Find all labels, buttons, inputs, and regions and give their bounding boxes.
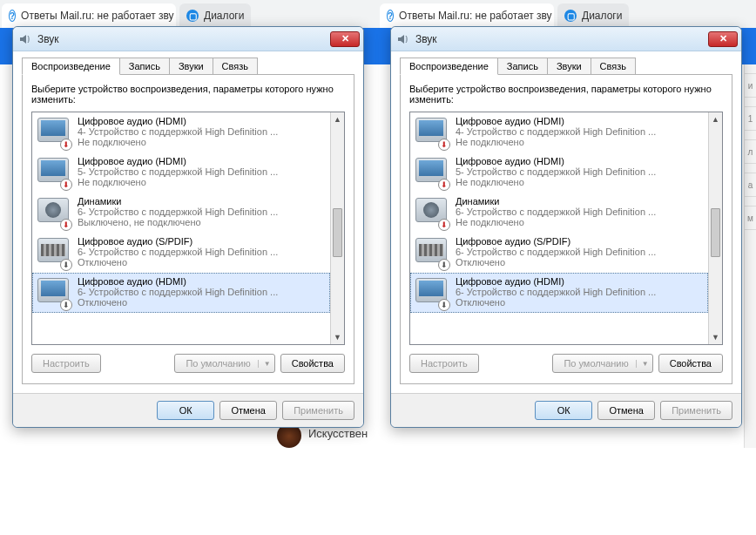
device-title: Цифровое аудио (HDMI) <box>78 116 325 126</box>
device-title: Цифровое аудио (HDMI) <box>78 156 325 166</box>
tabstrip: Воспроизведение Запись Звуки Связь <box>22 57 354 75</box>
sound-icon <box>396 32 410 46</box>
sound-icon <box>18 32 32 46</box>
device-item[interactable]: ⬇ Цифровое аудио (HDMI) 6- Устройство с … <box>410 273 708 313</box>
speaker-icon: ⬇ <box>415 196 449 229</box>
device-status: Не подключено <box>78 137 325 147</box>
device-subtitle: 6- Устройство с поддержкой High Definiti… <box>456 207 703 217</box>
browser-tab-mail[interactable]: ? Ответы Mail.ru: не работает зву × <box>380 3 554 28</box>
apply-button[interactable]: Применить <box>282 401 354 420</box>
tab-sounds[interactable]: Звуки <box>547 58 591 75</box>
mail-favicon-icon: ? <box>387 10 394 22</box>
device-subtitle: 6- Устройство с поддержкой High Definiti… <box>456 287 703 297</box>
cancel-button[interactable]: Отмена <box>219 401 277 420</box>
status-badge-icon: ⬇ <box>60 219 72 231</box>
device-subtitle: 4- Устройство с поддержкой High Definiti… <box>456 126 703 137</box>
monitor-icon: ⬇ <box>37 276 71 309</box>
device-status: Не подключено <box>456 137 703 147</box>
page-sidebar-sliver: и1л ам <box>744 64 756 448</box>
properties-button[interactable]: Свойства <box>280 354 345 373</box>
set-default-button[interactable]: По умолчанию ▼ <box>552 354 652 373</box>
device-item[interactable]: ⬇ Цифровое аудио (HDMI) 4- Устройство с … <box>32 112 330 152</box>
tab-comm[interactable]: Связь <box>591 58 636 75</box>
device-listbox: ⬇ Цифровое аудио (HDMI) 4- Устройство с … <box>409 112 723 345</box>
instruction-text: Выберите устройство воспроизведения, пар… <box>409 84 723 105</box>
tab-label: Ответы Mail.ru: не работает зву <box>399 10 552 22</box>
tab-recording[interactable]: Запись <box>497 58 548 75</box>
tabstrip: Воспроизведение Запись Звуки Связь <box>400 57 732 75</box>
device-item[interactable]: ⬇ Цифровое аудио (HDMI) 4- Устройство с … <box>410 112 708 152</box>
set-default-button[interactable]: По умолчанию ▼ <box>174 354 274 373</box>
device-item[interactable]: ⬇ Цифровое аудио (HDMI) 5- Устройство с … <box>410 152 708 193</box>
speaker-icon: ⬇ <box>37 196 71 229</box>
monitor-icon: ⬇ <box>415 156 449 189</box>
status-badge-icon: ⬇ <box>60 299 72 311</box>
ok-button[interactable]: ОК <box>535 401 592 420</box>
sound-dialog-right: Звук ✕ Воспроизведение Запись Звуки Связ… <box>390 26 742 428</box>
device-title: Цифровое аудио (HDMI) <box>78 276 325 287</box>
scroll-thumb[interactable] <box>333 208 342 257</box>
dialog-title: Звук <box>415 33 708 45</box>
sound-dialog-left: Звук ✕ Воспроизведение Запись Звуки Связ… <box>12 26 364 428</box>
monitor-icon: ⬇ <box>37 116 71 149</box>
browser-tab-dialogs[interactable]: ▢ Диалоги <box>179 3 251 28</box>
status-badge-icon: ⬇ <box>60 139 72 151</box>
device-item[interactable]: ⬇ Цифровое аудио (HDMI) 5- Устройство с … <box>32 152 330 193</box>
spdif-icon: ⬇ <box>415 236 449 269</box>
device-subtitle: 6- Устройство с поддержкой High Definiti… <box>78 247 325 257</box>
status-badge-icon: ⬇ <box>60 179 72 191</box>
device-status: Отключено <box>78 257 325 268</box>
dialog-title: Звук <box>37 33 330 45</box>
apply-button[interactable]: Применить <box>660 401 732 420</box>
spdif-icon: ⬇ <box>37 236 71 269</box>
scroll-up-icon[interactable]: ▲ <box>331 112 344 126</box>
tab-sounds[interactable]: Звуки <box>169 58 213 75</box>
close-button[interactable]: ✕ <box>330 31 360 47</box>
close-button[interactable]: ✕ <box>708 31 738 47</box>
device-title: Цифровое аудио (S/PDIF) <box>456 236 703 247</box>
device-item[interactable]: ⬇ Цифровое аудио (HDMI) 6- Устройство с … <box>32 273 330 313</box>
configure-button[interactable]: Настроить <box>31 354 101 373</box>
ok-button[interactable]: ОК <box>157 401 214 420</box>
device-status: Отключено <box>78 297 325 308</box>
device-status: Отключено <box>456 297 703 308</box>
scroll-thumb[interactable] <box>711 208 720 257</box>
tab-playback[interactable]: Воспроизведение <box>22 58 120 75</box>
device-title: Цифровое аудио (HDMI) <box>456 276 703 287</box>
device-item[interactable]: ⬇ Цифровое аудио (S/PDIF) 6- Устройство … <box>410 233 708 273</box>
properties-button[interactable]: Свойства <box>658 354 723 373</box>
device-subtitle: 6- Устройство с поддержкой High Definiti… <box>78 207 325 217</box>
device-status: Выключено, не подключено <box>78 217 325 227</box>
status-badge-icon: ⬇ <box>438 259 450 271</box>
device-status: Не подключено <box>78 177 325 187</box>
chevron-down-icon[interactable]: ▼ <box>258 360 271 368</box>
scroll-down-icon[interactable]: ▼ <box>709 330 722 344</box>
scroll-down-icon[interactable]: ▼ <box>331 330 344 344</box>
tab-label: Диалоги <box>582 10 622 22</box>
tab-label: Ответы Mail.ru: не работает зву <box>21 10 174 22</box>
set-default-label: По умолчанию <box>564 358 628 369</box>
browser-tabstrip-right: ? Ответы Mail.ru: не работает зву × ▢ Ди… <box>378 0 756 28</box>
device-subtitle: 5- Устройство с поддержкой High Definiti… <box>78 166 325 177</box>
browser-tab-dialogs[interactable]: ▢ Диалоги <box>557 3 629 28</box>
titlebar[interactable]: Звук ✕ <box>391 27 741 51</box>
scrollbar[interactable]: ▲ ▼ <box>330 112 344 344</box>
chevron-down-icon[interactable]: ▼ <box>636 360 649 368</box>
device-item[interactable]: ⬇ Динамики 6- Устройство с поддержкой Hi… <box>32 193 330 233</box>
device-subtitle: 4- Устройство с поддержкой High Definiti… <box>78 126 325 137</box>
tab-comm[interactable]: Связь <box>213 58 258 75</box>
cancel-button[interactable]: Отмена <box>597 401 655 420</box>
device-item[interactable]: ⬇ Динамики 6- Устройство с поддержкой Hi… <box>410 193 708 233</box>
titlebar[interactable]: Звук ✕ <box>13 27 363 51</box>
device-status: Не подключено <box>456 177 703 187</box>
device-subtitle: 6- Устройство с поддержкой High Definiti… <box>78 287 325 297</box>
configure-button[interactable]: Настроить <box>409 354 479 373</box>
browser-tab-mail[interactable]: ? Ответы Mail.ru: не работает зву × <box>2 3 176 28</box>
tab-playback[interactable]: Воспроизведение <box>400 58 498 75</box>
scroll-up-icon[interactable]: ▲ <box>709 112 722 126</box>
scrollbar[interactable]: ▲ ▼ <box>708 112 722 344</box>
status-badge-icon: ⬇ <box>438 299 450 311</box>
device-item[interactable]: ⬇ Цифровое аудио (S/PDIF) 6- Устройство … <box>32 233 330 273</box>
tab-recording[interactable]: Запись <box>119 58 170 75</box>
set-default-label: По умолчанию <box>186 358 250 369</box>
